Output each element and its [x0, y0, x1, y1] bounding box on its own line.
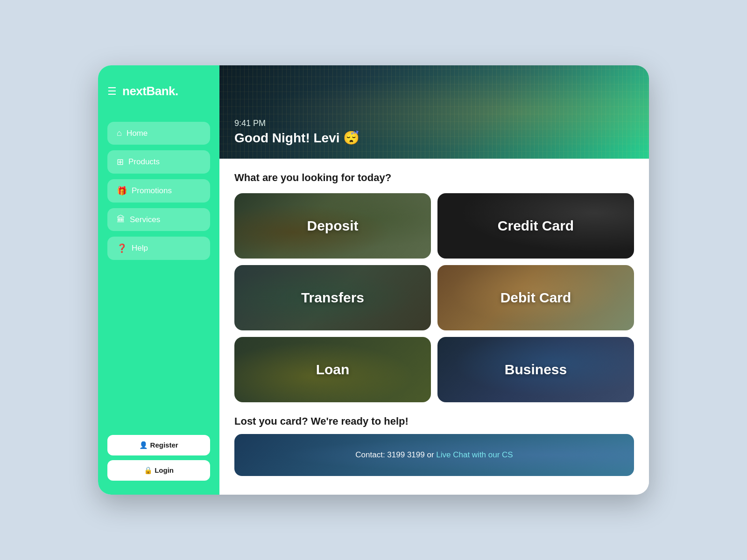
app-container: ☰ nextBank. ⌂ Home ⊞ Products 🎁 Promotio…: [98, 65, 649, 495]
brand-name: nextBank.: [122, 84, 178, 98]
register-button[interactable]: 👤 Register: [107, 435, 210, 455]
promotions-icon: 🎁: [117, 186, 127, 196]
business-card[interactable]: Business: [437, 337, 634, 402]
live-chat-link[interactable]: Live Chat with our CS: [436, 450, 513, 459]
content-area: What are you looking for today? Deposit …: [219, 159, 649, 495]
lost-card-banner[interactable]: Contact: 3199 3199 or Live Chat with our…: [234, 434, 634, 476]
sidebar: ☰ nextBank. ⌂ Home ⊞ Products 🎁 Promotio…: [98, 65, 219, 495]
main-content: 9:41 PM Good Night! Levi 😴 What are you …: [219, 65, 649, 495]
transfers-card[interactable]: Transfers: [234, 265, 431, 330]
sidebar-item-promotions[interactable]: 🎁 Promotions: [107, 179, 210, 203]
sidebar-item-products-label: Products: [128, 157, 160, 167]
nav-items: ⌂ Home ⊞ Products 🎁 Promotions 🏛 Service…: [107, 122, 210, 426]
lost-card-title: Lost you card? We're ready to help!: [234, 415, 634, 427]
sidebar-item-help-label: Help: [132, 244, 148, 253]
business-card-label: Business: [505, 362, 567, 378]
login-button[interactable]: 🔒 Login: [107, 460, 210, 481]
sidebar-item-services[interactable]: 🏛 Services: [107, 208, 210, 231]
lost-card-section: Lost you card? We're ready to help! Cont…: [234, 415, 634, 476]
debit-card-label: Debit Card: [500, 290, 571, 306]
hero-content: 9:41 PM Good Night! Levi 😴: [234, 119, 359, 146]
sidebar-item-services-label: Services: [130, 215, 160, 224]
credit-card-label: Credit Card: [498, 218, 574, 234]
hero-banner: 9:41 PM Good Night! Levi 😴: [219, 65, 649, 159]
home-icon: ⌂: [117, 128, 122, 138]
loan-card-label: Loan: [316, 362, 350, 378]
hero-greeting: Good Night! Levi 😴: [234, 130, 359, 146]
debit-card-card[interactable]: Debit Card: [437, 265, 634, 330]
hamburger-icon[interactable]: ☰: [107, 85, 117, 98]
credit-card-card[interactable]: Credit Card: [437, 193, 634, 259]
sidebar-item-products[interactable]: ⊞ Products: [107, 150, 210, 174]
sidebar-item-promotions-label: Promotions: [132, 186, 172, 196]
help-icon: ❓: [117, 243, 127, 253]
deposit-card[interactable]: Deposit: [234, 193, 431, 259]
products-grid: Deposit Credit Card Transfers Debit Card…: [234, 193, 634, 402]
section-title: What are you looking for today?: [234, 172, 634, 184]
sidebar-footer: 👤 Register 🔒 Login: [107, 435, 210, 481]
sidebar-item-home[interactable]: ⌂ Home: [107, 122, 210, 145]
lost-card-contact: Contact: 3199 3199 or: [355, 450, 436, 459]
lost-card-contact-text: Contact: 3199 3199 or Live Chat with our…: [355, 450, 513, 460]
transfers-card-label: Transfers: [301, 290, 364, 306]
sidebar-header: ☰ nextBank.: [107, 84, 210, 98]
products-icon: ⊞: [117, 157, 124, 167]
sidebar-item-help[interactable]: ❓ Help: [107, 237, 210, 260]
loan-card[interactable]: Loan: [234, 337, 431, 402]
services-icon: 🏛: [117, 215, 125, 224]
sidebar-item-home-label: Home: [127, 129, 148, 138]
hero-time: 9:41 PM: [234, 119, 359, 128]
deposit-card-label: Deposit: [307, 218, 358, 234]
